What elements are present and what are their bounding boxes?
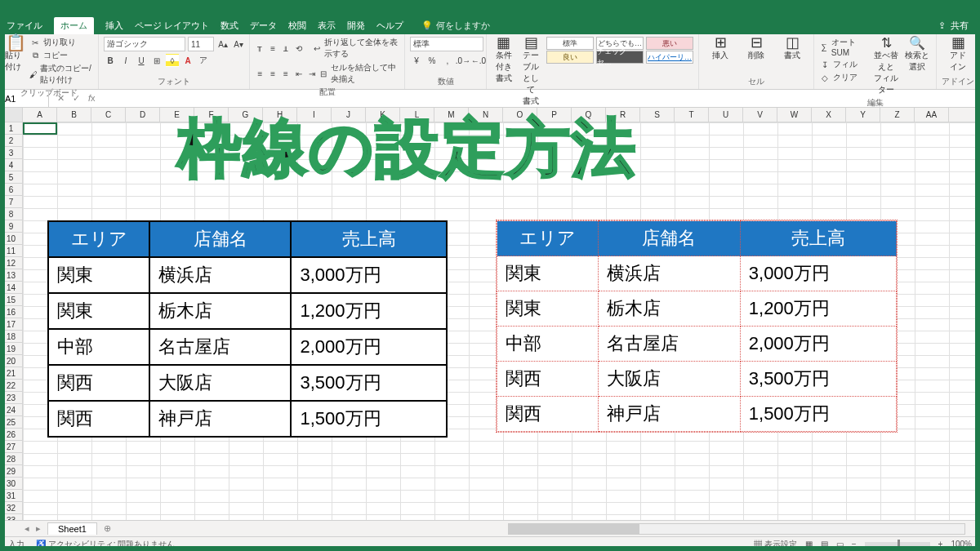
cell-style-good[interactable]: 良い [546, 51, 594, 64]
column-header[interactable]: E [160, 108, 194, 122]
row-header[interactable]: 28 [0, 453, 22, 465]
tab-page-layout[interactable]: ページ レイアウト [135, 20, 209, 32]
row-header[interactable]: 31 [0, 490, 22, 502]
column-header[interactable]: A [23, 108, 57, 122]
column-header[interactable]: Q [572, 108, 606, 122]
align-middle-button[interactable]: ≡ [268, 42, 278, 55]
column-header[interactable]: P [537, 108, 572, 122]
row-header[interactable]: 12 [0, 257, 22, 269]
column-header[interactable]: T [675, 108, 709, 122]
share-button[interactable]: ⇪共有 [936, 20, 969, 32]
status-accessibility[interactable]: ♿ アクセシビリティ: 問題ありません [36, 539, 175, 550]
row-header[interactable]: 33 [0, 514, 22, 520]
column-header[interactable]: Y [846, 108, 880, 122]
row-header[interactable]: 4 [0, 159, 22, 171]
row-header[interactable]: 8 [0, 208, 22, 220]
column-header[interactable]: U [709, 108, 743, 122]
column-header[interactable]: W [777, 108, 812, 122]
column-header[interactable]: N [469, 108, 503, 122]
sort-filter-button[interactable]: ⇅並べ替えと フィルター [872, 37, 900, 96]
find-select-button[interactable]: 🔍検索と 選択 [903, 37, 931, 73]
row-header[interactable]: 3 [0, 147, 22, 159]
view-page-break-button[interactable]: ▭ [836, 540, 844, 549]
tab-data[interactable]: データ [250, 20, 277, 32]
column-header[interactable]: D [126, 108, 160, 122]
tab-help[interactable]: ヘルプ [376, 20, 403, 32]
zoom-slider[interactable] [865, 542, 930, 547]
row-header[interactable]: 25 [0, 416, 22, 429]
underline-button[interactable]: U [135, 54, 148, 67]
row-header[interactable]: 6 [0, 184, 22, 196]
addins-button[interactable]: ▦アド イン [942, 37, 974, 73]
insert-cells-button[interactable]: ⊞挿入 [704, 37, 737, 61]
row-header[interactable]: 22 [0, 380, 22, 392]
column-header[interactable]: J [332, 108, 366, 122]
cell-style-bad[interactable]: 悪い [646, 37, 693, 50]
column-header[interactable]: I [297, 108, 332, 122]
tab-home[interactable]: ホーム [54, 17, 94, 34]
row-header[interactable]: 32 [0, 502, 22, 514]
row-header[interactable]: 24 [0, 404, 22, 416]
row-header[interactable]: 17 [0, 318, 22, 331]
sheet-nav-prev[interactable]: ◂ [24, 523, 29, 534]
cut-button[interactable]: ✂切り取り [29, 37, 93, 48]
new-sheet-button[interactable]: ⊕ [104, 523, 111, 534]
decrease-decimal-button[interactable]: ←.0 [472, 54, 485, 67]
fx-button[interactable]: fx [88, 93, 96, 104]
sheet-nav-next[interactable]: ▸ [36, 523, 41, 534]
column-header[interactable]: S [640, 108, 675, 122]
indent-inc-button[interactable]: ⇥ [306, 67, 317, 80]
enter-formula-button[interactable]: ✓ [73, 93, 80, 104]
indent-dec-button[interactable]: ⇤ [293, 67, 304, 80]
column-header[interactable]: F [194, 108, 229, 122]
merge-center-button[interactable]: ⊟セルを結合して中央揃え [319, 62, 399, 85]
row-header[interactable]: 27 [0, 441, 22, 453]
name-box[interactable]: A1 [0, 90, 49, 107]
align-top-button[interactable]: ⫪ [255, 42, 265, 55]
column-header[interactable]: L [400, 108, 434, 122]
column-header[interactable]: V [743, 108, 777, 122]
display-settings-button[interactable]: ▦ 表示設定 [754, 539, 797, 550]
column-header[interactable]: H [263, 108, 297, 122]
comma-button[interactable]: , [441, 54, 454, 67]
column-header[interactable]: AA [915, 108, 949, 122]
tab-developer[interactable]: 開発 [347, 20, 365, 32]
horizontal-scrollbar[interactable] [508, 523, 965, 535]
column-header[interactable]: C [91, 108, 126, 122]
phonetic-button[interactable]: ア [197, 54, 210, 67]
select-all-corner[interactable] [0, 108, 23, 122]
row-header[interactable]: 20 [0, 355, 22, 367]
copy-button[interactable]: ⧉コピー [29, 50, 93, 61]
column-header[interactable]: O [503, 108, 537, 122]
column-header[interactable]: Z [880, 108, 915, 122]
align-left-button[interactable]: ≡ [255, 67, 265, 80]
format-as-table-button[interactable]: ▤テーブルとして 書式設定 [519, 37, 544, 118]
percent-button[interactable]: % [425, 54, 439, 67]
zoom-out-button[interactable]: − [852, 540, 857, 549]
border-button[interactable]: ⊞ [150, 54, 163, 67]
number-format-select[interactable]: 標準 [410, 37, 483, 51]
font-name-select[interactable]: 游ゴシック [104, 37, 185, 51]
row-header[interactable]: 21 [0, 367, 22, 380]
zoom-level[interactable]: 100% [951, 540, 972, 549]
row-header[interactable]: 15 [0, 294, 22, 306]
scrollbar-thumb[interactable] [509, 524, 639, 534]
row-header[interactable]: 29 [0, 465, 22, 478]
worksheet-grid[interactable]: ABCDEFGHIJKLMNOPQRSTUVWXYZAA 12345678910… [0, 108, 980, 520]
conditional-formatting-button[interactable]: ▦条件付き 書式 [492, 37, 516, 84]
zoom-in-button[interactable]: + [938, 540, 943, 549]
accounting-button[interactable]: ¥ [410, 54, 423, 67]
cell-style-hyperlink[interactable]: ハイパーリ… [646, 51, 693, 64]
column-header[interactable]: X [812, 108, 846, 122]
autosum-button[interactable]: ∑オート SUM [819, 37, 869, 57]
cell-style-normal[interactable]: 標準 [546, 37, 594, 50]
paste-button[interactable]: 📋 貼り付け [5, 37, 26, 73]
delete-cells-button[interactable]: ⊟削除 [740, 37, 773, 61]
tell-me[interactable]: 💡何をしますか [421, 20, 490, 32]
column-header[interactable]: K [366, 108, 400, 122]
column-header[interactable]: R [606, 108, 640, 122]
row-header[interactable]: 19 [0, 343, 22, 355]
grow-font-button[interactable]: A▴ [216, 38, 229, 51]
column-header[interactable]: B [57, 108, 91, 122]
wrap-text-button[interactable]: ↩折り返して全体を表示する [313, 37, 399, 60]
